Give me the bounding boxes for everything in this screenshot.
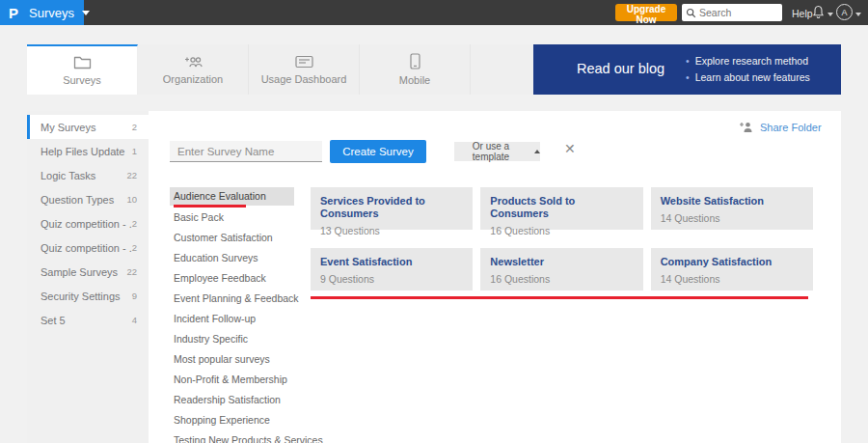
sidebar-item-security-settings[interactable]: Security Settings 9: [27, 284, 149, 308]
folders-sidebar: My Surveys 2 Help Files Update 1 Logic T…: [27, 111, 149, 443]
chevron-down-icon: [82, 11, 90, 15]
count-badge: 10: [126, 194, 137, 205]
tab-organization[interactable]: Organization: [138, 44, 249, 95]
template-question-count: 16 Questions: [490, 273, 635, 285]
count-badge: 1: [132, 146, 137, 156]
content-area: Share Folder Create Survey Or use a temp…: [149, 111, 841, 443]
blog-bullet: Explore research method: [686, 53, 810, 69]
category-education-surveys[interactable]: Education Surveys: [170, 248, 294, 268]
top-bar: P Surveys Upgrade Now Help A: [0, 0, 868, 25]
add-person-icon: [739, 121, 753, 133]
category-readership-satisfaction[interactable]: Readership Satisfaction: [170, 390, 294, 410]
upgrade-now-button[interactable]: Upgrade Now: [615, 4, 677, 21]
survey-name-input[interactable]: [170, 141, 322, 162]
count-badge: 9: [132, 291, 137, 301]
bell-icon: [812, 5, 825, 19]
template-card[interactable]: Services Provided to Consumers 13 Questi…: [311, 187, 473, 230]
chevron-up-icon: [534, 150, 540, 153]
main-panel: My Surveys 2 Help Files Update 1 Logic T…: [27, 111, 841, 443]
template-question-count: 9 Questions: [320, 273, 465, 285]
help-link[interactable]: Help: [792, 8, 813, 19]
template-card[interactable]: Company Satisfaction 14 Questions: [651, 248, 813, 291]
tab-label: Organization: [163, 73, 223, 85]
template-question-count: 14 Questions: [661, 273, 805, 285]
search-box[interactable]: [682, 4, 782, 21]
category-audience-evaluation[interactable]: Audience Evaluation: [170, 187, 294, 206]
product-switcher[interactable]: P Surveys: [0, 0, 84, 25]
count-badge: 22: [126, 266, 137, 277]
account-menu[interactable]: A: [836, 4, 861, 20]
folder-icon: [73, 55, 92, 69]
category-industry-specific[interactable]: Industry Specific: [170, 329, 294, 349]
blog-link[interactable]: Read our blog: [577, 61, 665, 76]
count-badge: 4: [132, 315, 137, 325]
template-card-grid: Services Provided to Consumers 13 Questi…: [311, 187, 813, 291]
template-card[interactable]: Products Sold to Consumers 16 Questions: [480, 187, 642, 230]
mobile-icon: [410, 53, 420, 69]
chevron-down-icon: [827, 13, 833, 16]
tab-label: Usage Dashboard: [261, 73, 347, 85]
category-incident-follow-up[interactable]: Incident Follow-up: [170, 309, 294, 329]
category-shopping-experience[interactable]: Shopping Experience: [170, 410, 294, 430]
category-event-planning-feedback[interactable]: Event Planning & Feedback: [170, 289, 294, 309]
template-card[interactable]: Newsletter 16 Questions: [480, 248, 642, 291]
blog-bullet-list: Explore research method Learn about new …: [686, 53, 810, 86]
count-badge: 2: [132, 122, 137, 132]
template-question-count: 16 Questions: [490, 225, 635, 236]
annotation-line: [311, 296, 808, 299]
template-title: Company Satisfaction: [661, 256, 805, 268]
template-title: Newsletter: [490, 256, 635, 268]
tab-strip: Surveys Organization Usage Dashboard Mob…: [27, 44, 841, 95]
add-users-icon: [183, 55, 203, 69]
dashboard-icon: [295, 55, 313, 69]
search-input[interactable]: [699, 7, 776, 18]
sidebar-item-help-files-update[interactable]: Help Files Update 1: [27, 139, 149, 163]
create-survey-button[interactable]: Create Survey: [330, 140, 426, 163]
notifications-menu[interactable]: [812, 5, 833, 19]
sidebar-item-logic-tasks[interactable]: Logic Tasks 22: [27, 163, 149, 187]
category-basic-pack[interactable]: Basic Pack: [170, 208, 294, 228]
category-customer-satisfaction[interactable]: Customer Satisfaction: [170, 228, 294, 248]
search-icon: [686, 8, 696, 18]
sidebar-item-quiz-competition-2[interactable]: Quiz competition - ... 2: [27, 235, 149, 260]
template-question-count: 14 Questions: [661, 212, 805, 224]
tab-label: Surveys: [63, 74, 101, 86]
blog-bullet: Learn about new features: [686, 69, 810, 86]
count-badge: 2: [132, 242, 137, 253]
sidebar-item-quiz-competition-1[interactable]: Quiz competition - ... 2: [27, 211, 149, 235]
template-card[interactable]: Event Satisfaction 9 Questions: [311, 248, 473, 291]
app-title: Surveys: [29, 6, 74, 20]
annotation-underline: [174, 205, 246, 208]
tab-label: Mobile: [399, 74, 430, 86]
tab-mobile[interactable]: Mobile: [360, 44, 471, 95]
count-badge: 22: [126, 170, 137, 180]
sidebar-item-sample-surveys[interactable]: Sample Surveys 22: [27, 260, 149, 284]
app-window: P Surveys Upgrade Now Help A: [0, 0, 868, 443]
avatar: A: [836, 4, 853, 20]
sidebar-item-my-surveys[interactable]: My Surveys 2: [27, 115, 149, 139]
share-folder-link[interactable]: Share Folder: [739, 121, 822, 133]
category-most-popular-surveys[interactable]: Most popular surveys: [170, 349, 294, 370]
template-card[interactable]: Website Satisfaction 14 Questions: [651, 187, 813, 230]
category-testing-new-products[interactable]: Testing New Products & Services: [170, 430, 294, 443]
template-category-list: Audience Evaluation Basic Pack Customer …: [170, 187, 294, 443]
template-title: Event Satisfaction: [320, 256, 465, 268]
close-icon[interactable]: ✕: [564, 141, 576, 156]
template-title: Website Satisfaction: [661, 195, 805, 208]
tab-usage-dashboard[interactable]: Usage Dashboard: [249, 44, 360, 95]
use-template-dropdown[interactable]: Or use a template: [454, 142, 540, 161]
category-non-profit-membership[interactable]: Non-Profit & Membership: [170, 370, 294, 390]
template-title: Products Sold to Consumers: [490, 195, 635, 220]
sidebar-item-question-types[interactable]: Question Types 10: [27, 187, 149, 211]
chevron-down-icon: [855, 13, 861, 16]
tab-surveys[interactable]: Surveys: [27, 44, 138, 95]
category-employee-feedback[interactable]: Employee Feedback: [170, 268, 294, 289]
proprofs-logo-icon: P: [9, 6, 18, 20]
template-title: Services Provided to Consumers: [320, 195, 465, 220]
count-badge: 2: [132, 218, 137, 229]
template-question-count: 13 Questions: [320, 225, 465, 236]
blog-promo-panel[interactable]: Read our blog Explore research method Le…: [533, 44, 841, 95]
sidebar-item-set-5[interactable]: Set 5 4: [27, 308, 149, 332]
